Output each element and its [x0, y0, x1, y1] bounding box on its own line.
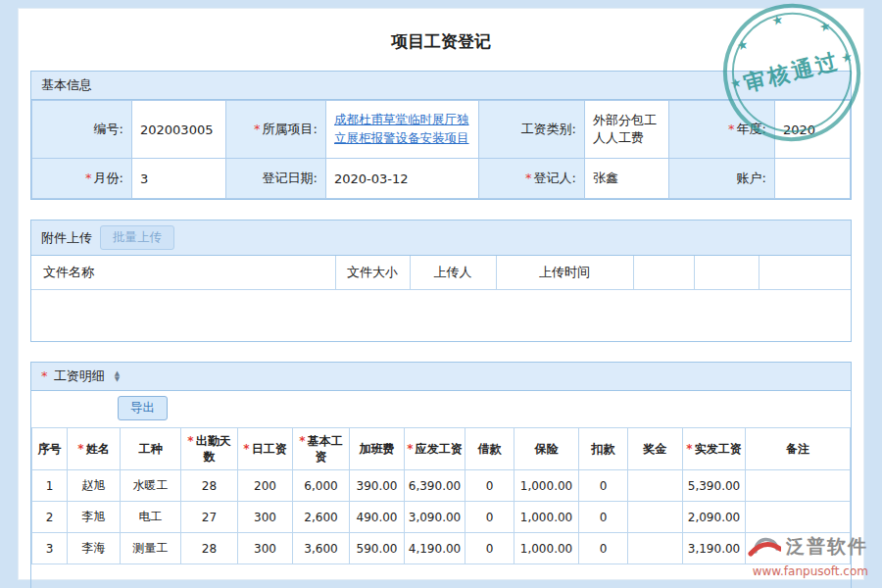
salary-cell: 1,000.00: [514, 502, 579, 533]
salary-cell: 2,090.00: [683, 502, 746, 533]
salary-cell: 0: [579, 533, 628, 564]
salary-cell: 赵旭: [68, 470, 121, 502]
salary-cell: 300: [238, 502, 293, 533]
salary-col-header: 备注: [746, 428, 851, 470]
salary-cell: 300: [238, 533, 293, 564]
salary-cell: 3: [32, 533, 68, 564]
salary-col-header: 保险: [514, 428, 579, 470]
salary-col-header: *出勤天数: [181, 428, 238, 470]
required-mark: *: [41, 368, 48, 383]
attachments-header-row: 文件名称文件大小上传人上传时间: [31, 256, 851, 290]
salary-cell: [746, 502, 851, 533]
required-mark: *: [77, 442, 83, 456]
salary-cell: 0: [466, 533, 514, 564]
salary-cell: 李海: [68, 533, 121, 564]
export-button[interactable]: 导出: [118, 396, 168, 420]
field-value-registrant: 张鑫: [585, 159, 669, 199]
required-mark: *: [85, 171, 92, 185]
salary-row[interactable]: 1赵旭水暖工282006,000390.006,390.0001,000.000…: [32, 470, 851, 502]
salary-cell: 1: [32, 470, 68, 502]
salary-col-header: 借款: [466, 428, 514, 470]
project-link[interactable]: 成都杜甫草堂临时展厅独立展柜报警设备安装项目: [334, 112, 469, 145]
field-label-reg-date: 登记日期:: [226, 159, 326, 199]
salary-col-header: *日工资: [238, 428, 293, 470]
salary-cell: 0: [579, 502, 628, 533]
salary-cell: 0: [466, 502, 514, 533]
salary-cell: 5,390.00: [683, 470, 746, 502]
salary-detail-section: * 工资明细 ▲▼ 导出 序号*姓名工种*出勤天数*日工资*基本工资加班费*应发…: [30, 362, 852, 588]
salary-col-header: *姓名: [68, 428, 121, 470]
required-mark: *: [187, 434, 193, 448]
field-label-month: *月份:: [32, 159, 132, 199]
vendor-brand: 泛普软件: [786, 534, 868, 560]
salary-cell: 390.00: [350, 470, 405, 502]
salary-table: 序号*姓名工种*出勤天数*日工资*基本工资加班费*应发工资借款保险扣款奖金*实发…: [31, 427, 851, 564]
required-mark: *: [407, 442, 413, 456]
salary-cell: 0: [466, 470, 514, 502]
required-mark: *: [525, 171, 532, 185]
salary-cell: 27: [181, 502, 238, 533]
salary-cell: 6,390.00: [405, 470, 466, 502]
salary-col-header: *基本工资: [293, 428, 350, 470]
salary-cell: [628, 533, 683, 564]
salary-col-header: 序号: [32, 428, 68, 470]
field-label-account: 账户:: [669, 159, 775, 199]
salary-cell: 李旭: [68, 502, 121, 533]
required-mark: *: [243, 442, 249, 456]
salary-cell: 3,090.00: [405, 502, 466, 533]
salary-cell: 3,600: [293, 533, 350, 564]
page-title: 项目工资登记: [19, 30, 863, 53]
salary-cell: 1,000.00: [514, 470, 579, 502]
salary-cell: [746, 470, 851, 502]
salary-col-header: 工种: [121, 428, 181, 470]
salary-cell: 4,190.00: [405, 533, 466, 564]
salary-cell: 水暖工: [121, 470, 181, 502]
attachments-col-header: [694, 256, 759, 290]
salary-header-row: 序号*姓名工种*出勤天数*日工资*基本工资加班费*应发工资借款保险扣款奖金*实发…: [32, 428, 851, 470]
salary-toolbar: 导出: [31, 391, 851, 427]
salary-cell: 1,000.00: [514, 533, 579, 564]
vendor-watermark: 泛普软件 www.fanpusoft.com: [748, 530, 868, 578]
batch-upload-button[interactable]: 批量上传: [100, 225, 174, 250]
basic-info-section: 基本信息 编号: 202003005 *所属项目: 成都杜甫草堂临时展厅独立展柜…: [30, 71, 852, 200]
field-value-number: 202003005: [132, 101, 226, 159]
salary-row[interactable]: 3李海测量工283003,600590.004,190.0001,000.000…: [32, 533, 851, 564]
attachments-table: 文件名称文件大小上传人上传时间: [31, 256, 851, 290]
required-mark: *: [299, 434, 305, 448]
salary-cell: [628, 502, 683, 533]
salary-col-header: 扣款: [579, 428, 628, 470]
sort-icon[interactable]: ▲▼: [115, 370, 120, 382]
salary-col-header: 奖金: [628, 428, 683, 470]
attachments-col-header: [633, 256, 694, 290]
field-value-year: 2020: [775, 101, 851, 159]
field-label-number: 编号:: [32, 101, 132, 159]
required-mark: *: [686, 442, 692, 456]
salary-col-header: 加班费: [350, 428, 405, 470]
vendor-url: www.fanpusoft.com: [748, 564, 868, 578]
field-label-registrant: *登记人:: [479, 159, 585, 199]
field-label-wage-type: 工资类别:: [479, 101, 585, 159]
salary-cell: 2: [32, 502, 68, 533]
salary-cell: 28: [181, 533, 238, 564]
salary-section-title: * 工资明细: [41, 368, 105, 385]
attachments-col-header: [759, 256, 851, 290]
field-value-wage-type: 外部分包工人人工费: [585, 101, 669, 159]
attachments-col-header: 上传时间: [496, 256, 633, 290]
field-label-project: *所属项目:: [226, 101, 326, 159]
salary-col-header: *应发工资: [405, 428, 466, 470]
field-label-year: *年度:: [669, 101, 775, 159]
salary-row[interactable]: 2李旭电工273002,600490.003,090.0001,000.0002…: [32, 502, 851, 533]
required-mark: *: [728, 122, 735, 136]
salary-cell: 0: [579, 470, 628, 502]
salary-cell: 2,600: [293, 502, 350, 533]
attachments-empty-area: [31, 290, 851, 341]
salary-cell: 电工: [121, 502, 181, 533]
attachments-col-header: 上传人: [410, 256, 496, 290]
basic-info-grid: 编号: 202003005 *所属项目: 成都杜甫草堂临时展厅独立展柜报警设备安…: [31, 100, 851, 199]
attachments-section: 附件上传 批量上传 文件名称文件大小上传人上传时间: [30, 220, 852, 342]
salary-cell: 590.00: [350, 533, 405, 564]
tab-attachment-upload[interactable]: 附件上传: [41, 229, 92, 247]
field-value-reg-date: 2020-03-12: [326, 159, 479, 199]
salary-cell: 测量工: [121, 533, 181, 564]
basic-info-section-title: 基本信息: [41, 76, 92, 94]
